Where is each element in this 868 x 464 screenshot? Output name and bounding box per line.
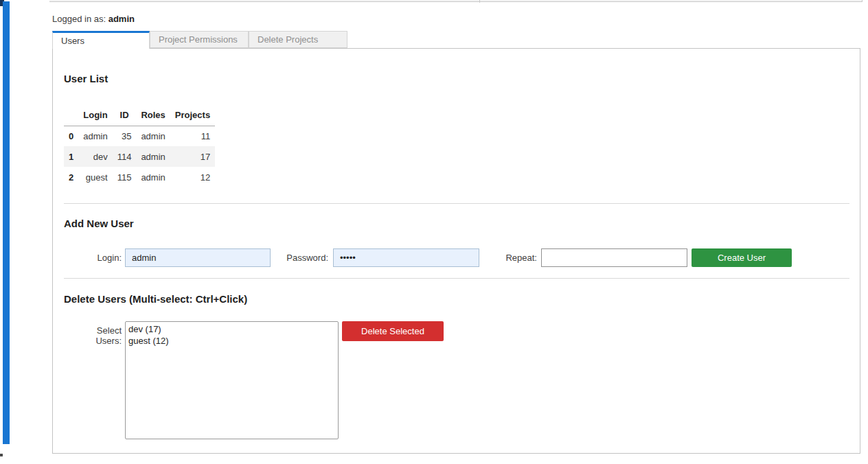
table-header-row: Login ID Roles Projects	[64, 105, 215, 126]
add-user-title: Add New User	[64, 218, 134, 229]
tab-delete-projects-label: Delete Projects	[258, 34, 318, 45]
user-option[interactable]: dev (17)	[126, 323, 338, 335]
create-user-button[interactable]: Create User	[692, 248, 792, 267]
top-cutoff-element-edge	[49, 0, 863, 2]
password-input[interactable]	[333, 248, 479, 267]
login-field-label: Login:	[69, 253, 122, 263]
tab-users-label: Users	[61, 36, 84, 46]
delete-users-title: Delete Users (Multi-select: Ctrl+Click)	[64, 293, 247, 305]
cell-id: 35	[113, 126, 137, 146]
logged-in-status: Logged in as: admin	[52, 14, 135, 24]
cell-projects: 12	[170, 167, 215, 187]
user-option[interactable]: guest (12)	[126, 335, 338, 347]
delete-selected-button[interactable]: Delete Selected	[342, 321, 444, 341]
tab-users[interactable]: Users	[52, 31, 150, 49]
cell-projects: 17	[170, 146, 215, 167]
index-column-header	[64, 105, 78, 126]
id-column-header: ID	[113, 105, 137, 126]
roles-column-header: Roles	[136, 105, 170, 126]
table-row: 2 guest 115 admin 12	[64, 167, 215, 187]
user-multiselect[interactable]: dev (17) guest (12)	[125, 321, 339, 439]
cell-login: dev	[78, 146, 112, 167]
cell-roles: admin	[136, 146, 170, 167]
row-index: 2	[64, 167, 78, 187]
login-column-header: Login	[78, 105, 112, 126]
left-accent-bar	[3, 1, 10, 444]
user-list-title: User List	[64, 73, 108, 84]
section-divider	[64, 203, 849, 204]
users-tab-panel: User List Login ID Roles Projects 0 admi…	[52, 48, 860, 454]
tab-bar: Users Project Permissions Delete Project…	[52, 31, 347, 49]
logged-in-label: Logged in as:	[52, 14, 106, 24]
repeat-field-label: Repeat:	[486, 253, 537, 263]
cell-roles: admin	[136, 126, 170, 146]
cell-id: 114	[113, 146, 137, 167]
select-users-label: Select Users:	[69, 325, 122, 346]
row-index: 1	[64, 146, 78, 167]
section-divider	[64, 278, 849, 279]
login-input[interactable]	[125, 248, 271, 267]
row-index: 0	[64, 126, 78, 146]
cell-roles: admin	[136, 167, 170, 187]
tab-project-permissions-label: Project Permissions	[159, 34, 238, 45]
user-list-table: Login ID Roles Projects 0 admin 35 admin…	[64, 105, 215, 187]
logged-in-username: admin	[108, 14, 135, 24]
bottom-left-artifact	[0, 454, 3, 456]
table-row: 1 dev 114 admin 17	[64, 146, 215, 167]
cell-id: 115	[113, 167, 137, 187]
cell-login: guest	[78, 167, 112, 187]
table-row: 0 admin 35 admin 11	[64, 126, 215, 146]
tab-delete-projects[interactable]: Delete Projects	[249, 31, 347, 48]
repeat-input[interactable]	[541, 248, 687, 267]
projects-column-header: Projects	[170, 105, 215, 126]
top-cutoff-divider	[479, 0, 480, 3]
cell-projects: 11	[170, 126, 215, 146]
tab-project-permissions[interactable]: Project Permissions	[150, 31, 249, 48]
password-field-label: Password:	[259, 253, 328, 263]
cell-login: admin	[78, 126, 112, 146]
